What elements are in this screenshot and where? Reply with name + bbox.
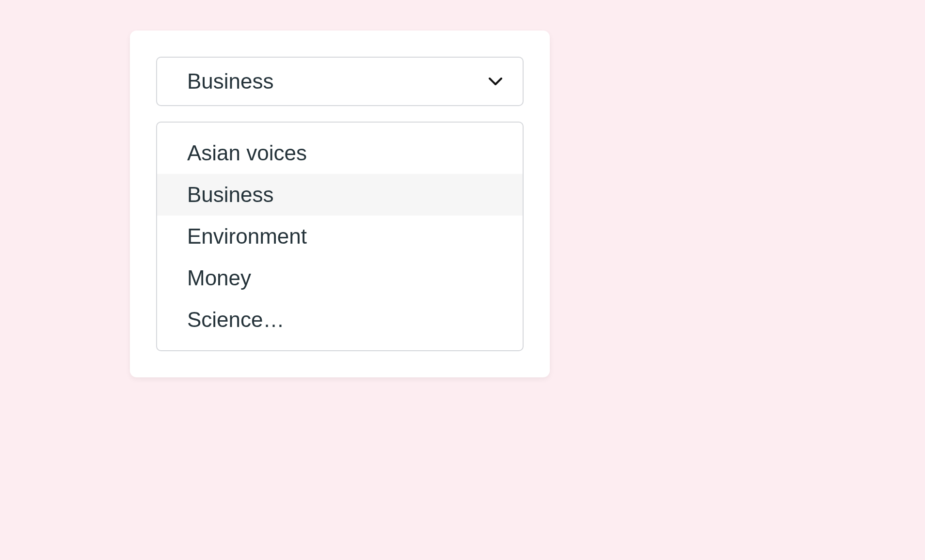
- dropdown-card: Business Asian voices Business Environme…: [130, 31, 550, 377]
- chevron-down-icon: [488, 74, 503, 89]
- dropdown-option-label: Asian voices: [187, 141, 307, 165]
- dropdown-option-label: Science…: [187, 308, 285, 332]
- dropdown-option-label: Business: [187, 183, 274, 207]
- select-trigger-label: Business: [187, 69, 274, 93]
- dropdown-option-science[interactable]: Science…: [157, 299, 523, 341]
- dropdown-panel: Asian voices Business Environment Money …: [156, 122, 524, 351]
- select-trigger[interactable]: Business: [156, 57, 524, 106]
- dropdown-option-label: Money: [187, 266, 251, 290]
- dropdown-option-money[interactable]: Money: [157, 257, 523, 299]
- dropdown-option-label: Environment: [187, 224, 307, 249]
- dropdown-option-environment[interactable]: Environment: [157, 216, 523, 257]
- dropdown-option-asian-voices[interactable]: Asian voices: [157, 132, 523, 174]
- dropdown-option-business[interactable]: Business: [157, 174, 523, 216]
